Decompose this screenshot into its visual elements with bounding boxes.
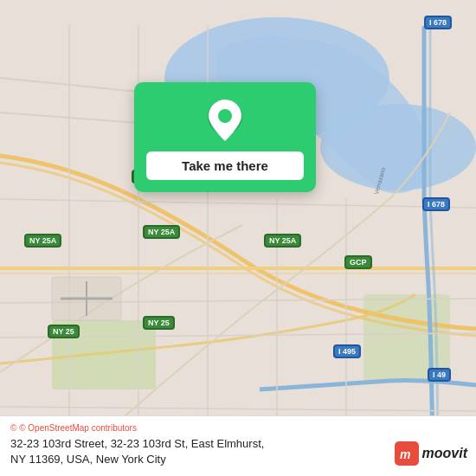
moovit-m-icon: m — [398, 445, 415, 462]
moovit-logo: m moovit — [395, 441, 467, 466]
i495-badge: I 495 — [333, 344, 361, 358]
i678-badge-mid: I 678 — [422, 197, 450, 211]
ny25-badge-mid: NY 25 — [143, 316, 175, 330]
take-me-there-button[interactable]: Take me there — [146, 151, 304, 180]
address-line2: NY 11369, USA, New York City — [10, 453, 166, 466]
map-container: Verrazano GCP GCP NY 25A NY 25A NY 25A N… — [0, 0, 476, 476]
address-line1: 32-23 103rd Street, 32-23 103rd St, East… — [10, 437, 264, 450]
ny25a-badge-right: NY 25A — [264, 234, 301, 248]
osm-credit-text: © OpenStreetMap contributors — [19, 423, 137, 433]
osm-icon: © — [10, 423, 16, 433]
location-card: Take me there — [134, 82, 316, 192]
location-pin-icon — [206, 98, 244, 143]
i678-badge-top: I 678 — [424, 16, 452, 29]
svg-point-21 — [218, 109, 232, 123]
osm-credit: © © OpenStreetMap contributors — [10, 423, 466, 433]
moovit-logo-icon: m — [395, 441, 419, 466]
svg-text:m: m — [400, 447, 410, 461]
map-background: Verrazano — [0, 0, 476, 476]
ny25a-badge-mid: NY 25A — [143, 225, 180, 239]
i49-badge: I 49 — [428, 368, 451, 382]
ny25-badge-left: NY 25 — [48, 325, 80, 338]
gcp-badge-right: GCP — [344, 255, 372, 269]
ny25a-badge-left: NY 25A — [24, 234, 61, 248]
moovit-logo-text: moovit — [422, 446, 467, 461]
